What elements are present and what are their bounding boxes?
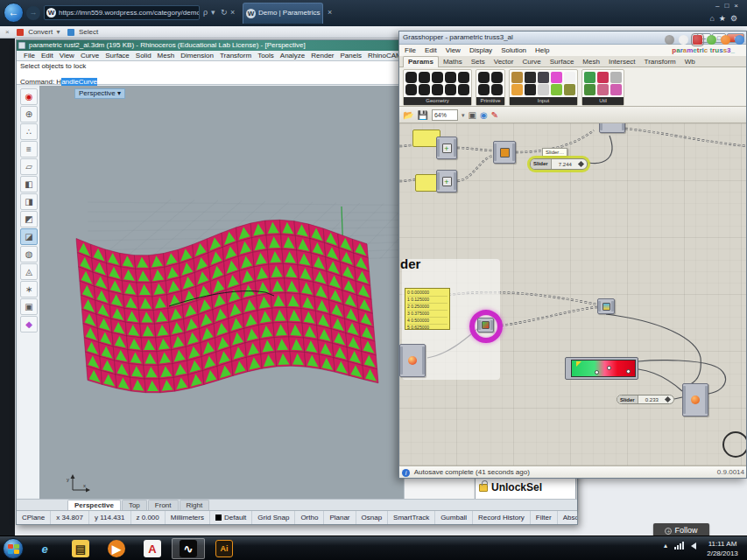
rhino-menu-6[interactable]: Mesh [158,52,175,60]
addon-close-icon[interactable]: × [5,28,10,36]
select-button[interactable]: Select [79,28,98,36]
rhino-menu-7[interactable]: Dimension [180,52,214,60]
gh-tab-0[interactable]: Params [403,56,439,67]
component-icon-button[interactable] [525,84,536,95]
status-item-smarttrack[interactable]: SmartTrack [388,511,435,524]
zoom-caret-icon[interactable]: ▾ [462,109,465,121]
component-icon-hex[interactable] [445,84,456,95]
taskbar-clock[interactable]: 11:11 AM 2/28/2013 [700,539,745,558]
gradient-corner-grip[interactable] [576,361,581,367]
rhino-menu-0[interactable]: File [24,52,35,60]
rotate-view-icon[interactable]: ◬ [20,263,38,280]
gh-tab-8[interactable]: Transform [640,57,680,67]
series-component-node[interactable] [493,141,516,164]
view-cube-left-icon[interactable]: ◧ [20,176,38,192]
component-icon-gradient[interactable] [597,72,609,83]
zoom-extents-icon[interactable]: ▣ [468,109,476,121]
number-slider-node[interactable]: Slider 0.233 [617,395,674,404]
component-icon-hex[interactable] [405,72,417,83]
view-cube-right-icon[interactable]: ◨ [20,193,38,210]
rhino-menu-3[interactable]: Curve [81,52,99,60]
gh-menu-0[interactable]: File [405,46,416,54]
save-file-icon[interactable]: 💾 [417,109,427,121]
open-file-icon[interactable]: 📂 [403,109,413,121]
rhino-menu-5[interactable]: Solid [136,52,152,60]
options-icon[interactable]: ◆ [20,316,38,332]
browser-tab[interactable]: W Demo | Parametrics [243,3,323,24]
gh-tab-3[interactable]: Vector [490,57,518,67]
status-item-x-34-807[interactable]: x 34.807 [51,511,89,524]
component-node[interactable] [599,123,625,133]
stop-icon[interactable]: × [230,5,235,20]
ribbon-group-label[interactable]: Util [582,97,624,105]
gh-tab-6[interactable]: Mesh [578,57,604,67]
frame-icon[interactable]: ▣ [20,298,38,315]
preview-mode-icon-4[interactable] [721,35,730,45]
tab-close-icon[interactable]: × [328,5,332,20]
component-icon-hex[interactable] [478,72,490,83]
status-item-gumball[interactable]: Gumball [435,511,473,524]
gradient-grip[interactable] [607,366,611,370]
view-cube-top-icon[interactable]: ◩ [20,211,38,228]
rhino-menu-9[interactable]: Tools [257,52,274,60]
browser-window-buttons[interactable]: –□× [715,2,743,10]
component-icon-md[interactable] [564,84,575,95]
component-icon-hex[interactable] [478,84,490,95]
gradient-node[interactable] [565,357,638,380]
preview-mode-icon-1[interactable] [679,35,688,45]
status-item-z-0-000[interactable]: z 0.000 [131,511,166,524]
rhinoceros-taskbar-button[interactable]: ∿ [172,538,205,559]
status-item-grid-snap[interactable]: Grid Snap [252,511,295,524]
component-icon-hex[interactable] [445,72,456,83]
component-icon-toggle[interactable] [564,72,575,83]
component-icon-hex[interactable] [491,84,503,95]
gh-tab-5[interactable]: Surface [546,57,579,67]
perspective-viewport[interactable]: yx Perspective ▾ [39,86,404,500]
component-icon-hex[interactable] [458,72,469,83]
rhino-menu-11[interactable]: Render [311,52,334,60]
component-icon-slider[interactable] [511,72,523,83]
preview-mode-icon-0[interactable] [665,35,674,45]
illustrator-taskbar-button[interactable]: Ai [208,538,241,559]
pan-icon[interactable]: ∗ [20,281,38,298]
data-panel-node[interactable]: 0 0.0000001 0.1250002 0.2500003 0.375000… [405,288,450,330]
ribbon-group-label[interactable]: Input [510,97,577,105]
volume-icon[interactable] [691,542,696,550]
number-slider-node[interactable]: Slider 7.244 [530,158,588,170]
preview-eye-icon[interactable]: ◉ [480,109,488,121]
back-button[interactable]: ← [4,3,24,23]
preview-mode-icon-3[interactable] [707,35,716,45]
start-button[interactable] [3,538,24,559]
convert-button[interactable]: Convert [28,28,53,36]
explorer-folder-taskbar-button[interactable]: ▤ [64,538,97,559]
status-item-planar[interactable]: Planar [324,511,356,524]
slider-knob[interactable] [665,396,671,402]
tray-expand-icon[interactable]: ▴ [664,542,667,550]
component-icon-knob[interactable] [538,72,549,83]
component-node[interactable] [597,298,615,314]
custom-preview-node[interactable] [682,383,708,416]
component-icon-hex[interactable] [405,84,417,95]
ribbon-group-label[interactable]: Primitive [476,97,504,105]
component-icon-brush[interactable] [597,84,609,95]
points-icon[interactable]: ∴ [20,123,38,140]
component-icon-pink[interactable] [551,72,562,83]
status-item-filter[interactable]: Filter [531,511,558,524]
layers-icon[interactable]: ≡ [20,141,38,158]
preview-mode-icon-5[interactable] [735,35,744,45]
ribbon-group-label[interactable]: Geometry [404,97,471,105]
internet-explorer-taskbar-button[interactable]: e [28,538,61,559]
component-icon-fire[interactable] [511,84,523,95]
component-icon-hex[interactable] [419,84,430,95]
status-item-default[interactable]: Default [210,511,252,524]
component-icon-panel[interactable] [525,72,536,83]
media-player-taskbar-button[interactable]: ▶ [100,538,133,559]
zoom-level-field[interactable]: 64% [432,109,458,121]
rhino-menu-1[interactable]: Edit [41,52,53,60]
component-icon-hex[interactable] [419,72,430,83]
component-icon-hex[interactable] [432,84,443,95]
gh-tab-9[interactable]: Wb [680,57,700,67]
sketch-pen-icon[interactable]: ✎ [491,109,498,121]
status-item-cplane[interactable]: CPlane [17,511,51,524]
component-icon-hex[interactable] [432,72,443,83]
